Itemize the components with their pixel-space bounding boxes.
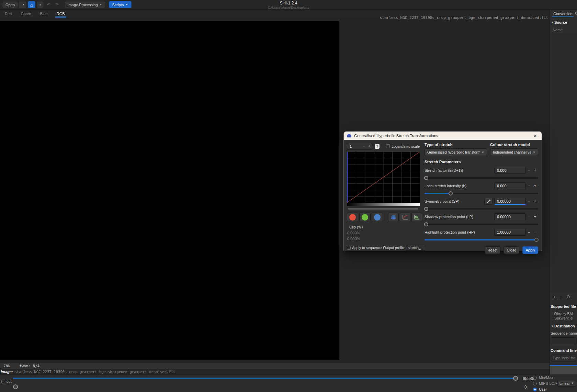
destination-section-header[interactable]: ▼ Destination xyxy=(551,324,577,328)
image-canvas[interactable] xyxy=(0,21,339,360)
stretch-factor-minus-button[interactable]: − xyxy=(526,168,532,173)
histogram-plot[interactable] xyxy=(347,152,420,203)
image-processing-menu-button[interactable]: Image Processing ▼ xyxy=(64,1,106,8)
stretch-factor-value[interactable]: 0.000 xyxy=(494,167,526,174)
clear-list-button[interactable]: ⊙ xyxy=(566,294,570,299)
local-intensity-plus-button[interactable]: + xyxy=(532,183,538,188)
redo-button[interactable]: ↷ xyxy=(53,1,60,8)
user-radio[interactable] xyxy=(533,388,537,391)
slider-handle[interactable] xyxy=(424,222,428,226)
slider-fill xyxy=(425,193,451,194)
record-button[interactable]: ● xyxy=(36,1,44,8)
histogram-view-toggle[interactable] xyxy=(411,213,422,222)
log-scale-row[interactable]: Logarithmic scale xyxy=(386,144,420,148)
open-button-label: Open xyxy=(5,3,15,7)
open-dropdown-button[interactable]: ▼ xyxy=(18,1,27,8)
tab-red[interactable]: Red xyxy=(3,11,13,18)
symmetry-point-minus-button[interactable]: − xyxy=(526,199,532,204)
param-label: Local stretch intensity (b) xyxy=(425,184,494,188)
expander-arrow-icon: ▼ xyxy=(551,325,554,328)
shadow-protection-slider[interactable] xyxy=(425,222,538,226)
colour-model-label: Colour stretch model xyxy=(490,143,538,147)
histogram-scrollbar[interactable] xyxy=(348,208,418,210)
tab-rgb[interactable]: RGB xyxy=(55,11,66,18)
highlight-protection-minus-button[interactable]: − xyxy=(526,230,532,235)
stretch-factor-slider[interactable] xyxy=(425,176,538,180)
slider-handle[interactable] xyxy=(424,207,428,211)
view-spin-plus-button[interactable]: + xyxy=(366,144,372,149)
home-button[interactable]: ⌂ xyxy=(28,1,35,8)
sequence-name-label: Sequence name: xyxy=(551,331,577,335)
local-intensity-value[interactable]: 0.000 xyxy=(494,182,526,189)
symmetry-point-picker-button[interactable] xyxy=(484,198,493,205)
tab-green[interactable]: Green xyxy=(19,11,33,18)
minus-icon: − xyxy=(528,199,530,204)
type-of-stretch-dropdown[interactable]: Generalised hyperbolic transform ▼ xyxy=(425,148,487,156)
symmetry-point-value[interactable]: 0.00000 xyxy=(494,198,526,205)
source-file-list[interactable] xyxy=(550,34,577,292)
view-spinbutton[interactable]: 1 − + xyxy=(347,143,372,150)
tab-overflow[interactable]: S xyxy=(575,11,577,17)
tab-blue[interactable]: Blue xyxy=(39,11,49,18)
user-radio-row[interactable]: User xyxy=(533,387,547,391)
mips-radio-row[interactable]: MIPS-LO/HI xyxy=(533,381,559,385)
chevron-down-icon: ▼ xyxy=(571,382,574,385)
slider-handle[interactable] xyxy=(534,238,539,242)
blue-channel-toggle[interactable] xyxy=(372,213,383,222)
tab-conversion[interactable]: Conversion xyxy=(552,11,574,17)
local-intensity-minus-button[interactable]: − xyxy=(526,183,532,188)
shadow-protection-value[interactable]: 0.00000 xyxy=(494,213,526,220)
cut-checkbox[interactable] xyxy=(1,380,5,383)
slider-handle[interactable] xyxy=(449,191,453,195)
lo-level-slider[interactable] xyxy=(13,384,518,389)
remove-files-button[interactable]: − xyxy=(560,294,563,300)
local-intensity-slider[interactable] xyxy=(425,191,538,195)
minus-icon: − xyxy=(528,168,530,173)
green-channel-toggle[interactable] xyxy=(359,213,371,222)
plus-icon: + xyxy=(534,183,536,188)
undo-button[interactable]: ↶ xyxy=(45,1,52,8)
dialog-titlebar[interactable]: Generalised Hyperbolic Stretch Transform… xyxy=(344,132,542,140)
sequence-name-input[interactable] xyxy=(551,337,576,344)
symmetry-point-plus-button[interactable]: + xyxy=(532,199,538,204)
minmax-radio[interactable] xyxy=(533,376,537,380)
reset-button[interactable]: Reset xyxy=(485,246,501,254)
stretch-factor-plus-button[interactable]: + xyxy=(532,168,538,173)
display-mode-dropdown[interactable]: Linear ▼ xyxy=(557,380,576,387)
apply-button[interactable]: Apply xyxy=(522,246,538,254)
name-column-header[interactable]: Name xyxy=(553,28,577,32)
mips-radio[interactable] xyxy=(533,382,537,385)
view-spin-minus-button[interactable]: − xyxy=(361,144,366,149)
slider-handle[interactable] xyxy=(424,176,428,180)
highlight-protection-plus-button[interactable]: + xyxy=(532,230,538,235)
clip-highlight-value: 0.000% xyxy=(347,237,420,241)
command-line-input[interactable] xyxy=(551,355,576,361)
minmax-radio-row[interactable]: Min/Max xyxy=(533,376,553,380)
slider-track xyxy=(425,224,538,225)
red-channel-toggle[interactable] xyxy=(347,213,358,222)
symmetry-point-slider[interactable] xyxy=(425,206,538,211)
colour-model-dropdown[interactable]: Independent channel values ▼ xyxy=(490,148,538,156)
output-prefix-input[interactable] xyxy=(406,245,425,251)
shadow-protection-plus-button[interactable]: + xyxy=(532,214,538,219)
zoom-one-button[interactable]: 1 xyxy=(375,144,380,149)
source-section-header[interactable]: ▼ Source xyxy=(551,20,577,24)
open-button[interactable]: Open xyxy=(2,1,18,8)
dialog-close-button[interactable]: ✕ xyxy=(532,133,539,138)
minus-icon: − xyxy=(528,230,530,235)
shadow-protection-minus-button[interactable]: − xyxy=(526,214,532,219)
cut-checkbox-row[interactable]: cut xyxy=(1,379,12,383)
highlight-protection-slider[interactable] xyxy=(425,237,538,242)
type-line-2: Sekwencje xyxy=(550,316,577,321)
add-files-button[interactable]: + xyxy=(553,294,556,300)
log-scale-checkbox[interactable] xyxy=(386,144,390,148)
scripts-menu-button[interactable]: Scripts ▼ xyxy=(109,1,132,8)
apply-to-sequence-checkbox[interactable] xyxy=(347,246,351,250)
close-button[interactable]: Close xyxy=(504,246,519,254)
lo-slider-handle[interactable] xyxy=(13,384,18,389)
hi-level-slider[interactable] xyxy=(13,376,518,381)
hi-slider-handle[interactable] xyxy=(513,376,518,381)
grid-toggle[interactable] xyxy=(388,213,399,222)
highlight-protection-value[interactable]: 1.00000 xyxy=(494,229,526,236)
curve-toggle[interactable] xyxy=(400,213,410,222)
